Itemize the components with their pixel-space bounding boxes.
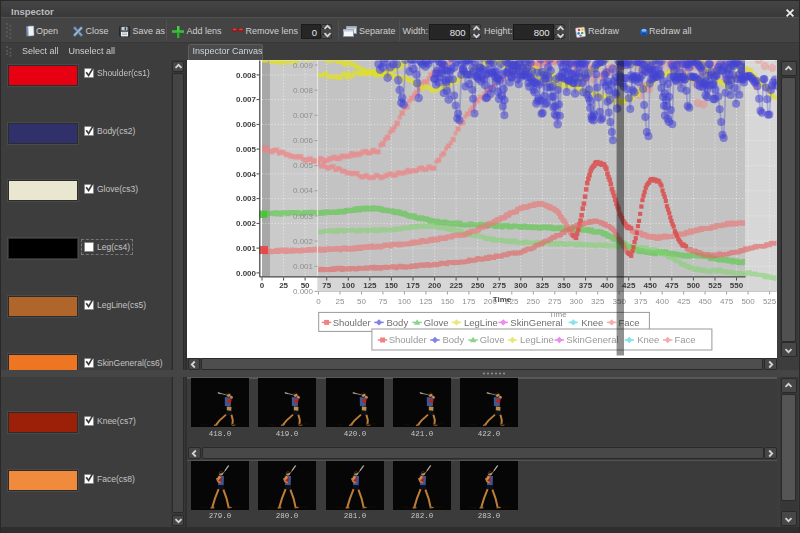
- svg-text:125: 125: [419, 297, 433, 306]
- svg-text:375: 375: [634, 297, 648, 306]
- svg-text:0.004: 0.004: [236, 169, 257, 178]
- svg-text:LegLine: LegLine: [464, 316, 498, 327]
- svg-text:175: 175: [462, 297, 476, 306]
- svg-text:275: 275: [493, 281, 507, 290]
- svg-text:425: 425: [677, 297, 691, 306]
- svg-text:Glove: Glove: [480, 334, 505, 345]
- svg-text:400: 400: [656, 297, 670, 306]
- svg-text:SkinGeneral: SkinGeneral: [566, 334, 618, 345]
- svg-text:200: 200: [428, 281, 442, 290]
- svg-text:0: 0: [316, 297, 321, 306]
- svg-text:250: 250: [471, 281, 485, 290]
- svg-text:375: 375: [579, 281, 593, 290]
- svg-text:525: 525: [708, 281, 722, 290]
- svg-text:250: 250: [527, 297, 541, 306]
- svg-text:0.002: 0.002: [236, 219, 257, 228]
- svg-text:0.003: 0.003: [293, 211, 314, 220]
- svg-text:500: 500: [741, 297, 755, 306]
- svg-text:50: 50: [357, 297, 366, 306]
- svg-text:400: 400: [600, 281, 614, 290]
- svg-text:425: 425: [622, 281, 636, 290]
- svg-text:300: 300: [570, 297, 584, 306]
- svg-text:350: 350: [557, 281, 571, 290]
- svg-text:0.008: 0.008: [293, 85, 314, 94]
- svg-text:Time: Time: [493, 294, 512, 303]
- svg-text:325: 325: [591, 297, 605, 306]
- svg-text:450: 450: [698, 297, 712, 306]
- svg-text:175: 175: [406, 281, 420, 290]
- svg-text:125: 125: [363, 281, 377, 290]
- svg-text:Knee: Knee: [581, 316, 603, 327]
- svg-text:0.004: 0.004: [293, 186, 314, 195]
- svg-text:325: 325: [536, 281, 550, 290]
- svg-text:Body: Body: [387, 316, 409, 327]
- svg-text:Body: Body: [443, 334, 465, 345]
- svg-text:LegLine: LegLine: [520, 334, 554, 345]
- svg-text:25: 25: [279, 281, 288, 290]
- svg-text:300: 300: [514, 281, 528, 290]
- svg-text:Face: Face: [674, 334, 695, 345]
- svg-text:0.001: 0.001: [293, 261, 314, 270]
- svg-text:150: 150: [385, 281, 399, 290]
- svg-text:550: 550: [730, 281, 744, 290]
- svg-text:75: 75: [378, 297, 387, 306]
- svg-text:Glove: Glove: [424, 316, 449, 327]
- svg-text:25: 25: [336, 297, 345, 306]
- svg-text:0.007: 0.007: [236, 95, 257, 104]
- svg-text:Knee: Knee: [637, 334, 659, 345]
- svg-text:0.009: 0.009: [293, 60, 314, 69]
- svg-text:0.002: 0.002: [293, 236, 314, 245]
- svg-text:275: 275: [548, 297, 562, 306]
- svg-text:500: 500: [687, 281, 701, 290]
- svg-text:150: 150: [441, 297, 455, 306]
- svg-text:450: 450: [644, 281, 658, 290]
- svg-text:225: 225: [449, 281, 463, 290]
- svg-text:0.005: 0.005: [293, 161, 314, 170]
- svg-text:100: 100: [398, 297, 412, 306]
- svg-text:0.000: 0.000: [236, 268, 257, 277]
- svg-text:0.003: 0.003: [236, 194, 257, 203]
- svg-text:0.001: 0.001: [236, 243, 257, 252]
- svg-text:525: 525: [763, 297, 777, 306]
- svg-text:0.005: 0.005: [236, 144, 257, 153]
- svg-text:0.006: 0.006: [293, 136, 314, 145]
- svg-text:0.007: 0.007: [293, 110, 314, 119]
- svg-text:475: 475: [665, 281, 679, 290]
- svg-text:100: 100: [342, 281, 356, 290]
- svg-text:475: 475: [720, 297, 734, 306]
- svg-text:0.006: 0.006: [236, 120, 257, 129]
- svg-text:Shoulder: Shoulder: [389, 334, 427, 345]
- svg-text:0.000: 0.000: [293, 287, 314, 296]
- svg-text:Time: Time: [549, 309, 567, 318]
- svg-text:0: 0: [260, 281, 265, 290]
- svg-text:75: 75: [322, 281, 331, 290]
- svg-text:Shoulder: Shoulder: [333, 316, 371, 327]
- svg-text:0.008: 0.008: [236, 70, 257, 79]
